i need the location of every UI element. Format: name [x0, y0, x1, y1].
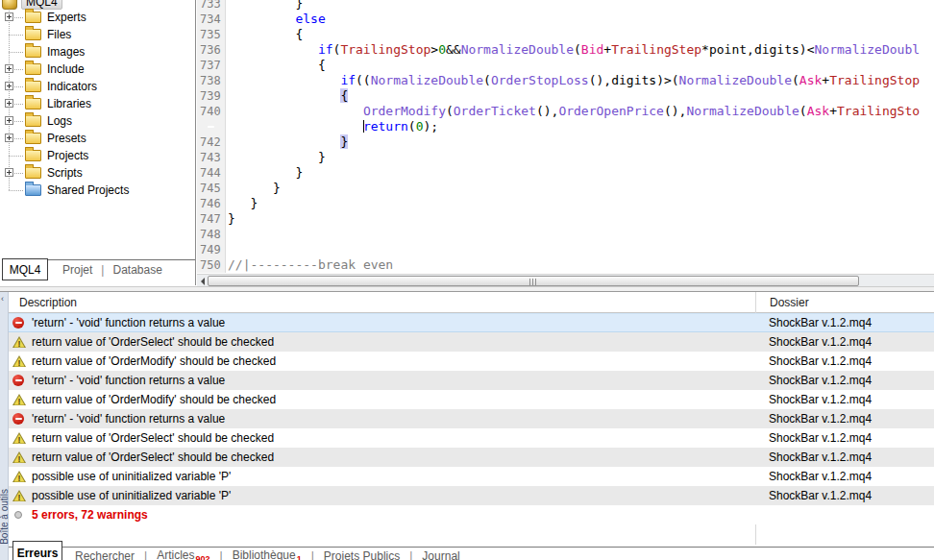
plus-expander-icon[interactable] — [5, 99, 13, 108]
code-text: } — [226, 165, 303, 181]
sidebar-item-label: Images — [47, 45, 85, 59]
folder-icon — [25, 150, 41, 161]
sidebar-item-label: Experts — [47, 11, 86, 24]
code-line-750: 750//|---------break even — [197, 257, 934, 273]
row-description: 'return' - 'void' function returns a val… — [32, 316, 225, 329]
line-number: 740 — [197, 104, 226, 119]
warning-icon — [12, 432, 26, 444]
code-token: ( — [483, 73, 491, 87]
code-line-737: 737{ — [197, 58, 934, 73]
code-line-744: 744} — [197, 165, 934, 181]
code-token: TrailingStop — [340, 42, 430, 57]
table-row[interactable]: return value of 'OrderSelect' should be … — [9, 448, 934, 467]
sidebar-item-libraries[interactable]: Libraries — [0, 95, 195, 112]
code-text: { — [226, 58, 326, 73]
plus-expander-icon[interactable] — [5, 134, 13, 142]
table-row[interactable]: possible use of uninitialized variable '… — [9, 467, 934, 486]
code-token: NormalizeDouble — [461, 42, 574, 57]
code-editor[interactable]: 733}734else735{736if(TrailingStop>0&&Nor… — [197, 0, 934, 273]
line-number: 737 — [197, 58, 226, 73]
sidebar-item-label: Presets — [47, 132, 86, 145]
sidebar-item-label: Files — [47, 28, 71, 41]
table-row[interactable]: return value of 'OrderSelect' should be … — [9, 332, 934, 352]
code-token: //|---------break even — [228, 257, 393, 272]
tab-erreurs[interactable]: Erreurs — [12, 541, 62, 560]
table-row[interactable]: return value of 'OrderModify' should be … — [9, 390, 934, 409]
code-token: OrderTicket — [454, 104, 536, 118]
column-header-dossier[interactable]: Dossier — [770, 296, 809, 309]
row-description: possible use of uninitialized variable '… — [32, 489, 231, 502]
code-token: } — [295, 0, 303, 11]
table-row[interactable]: return value of 'OrderModify' should be … — [9, 352, 934, 371]
table-row[interactable]: 'return' - 'void' function returns a val… — [9, 409, 934, 428]
sidebar-item-indicators[interactable]: Indicators — [0, 78, 195, 95]
folder-icon — [25, 167, 41, 179]
tab-projets-publics[interactable]: Projets Publics — [314, 549, 409, 560]
folder-icon — [25, 115, 41, 127]
sidebar-item-images[interactable]: Images — [0, 43, 195, 61]
code-token: > — [430, 42, 438, 57]
error-icon — [12, 317, 28, 329]
collapse-icon[interactable]: ‹ — [1, 294, 4, 304]
code-token: } — [273, 181, 281, 195]
code-line-748: 748 — [197, 227, 934, 242]
sidebar-item-experts[interactable]: Experts — [0, 9, 195, 26]
table-row[interactable]: return value of 'OrderSelect' should be … — [9, 428, 934, 448]
folder-icon — [25, 81, 41, 92]
editor-horizontal-scrollbar[interactable] — [197, 274, 934, 286]
warning-icon — [12, 451, 26, 463]
code-token: NormalizeDouble — [371, 73, 483, 87]
sidebar-item-shared-projects[interactable]: Shared Projects — [0, 182, 195, 199]
warning-icon — [12, 490, 28, 501]
plus-expander-icon[interactable] — [5, 82, 13, 90]
line-number: 748 — [197, 227, 226, 242]
row-description: 'return' - 'void' function returns a val… — [32, 374, 225, 387]
errors-table: 'return' - 'void' function returns a val… — [9, 313, 934, 524]
code-token: TrailingStop — [829, 73, 920, 87]
code-text: } — [226, 0, 303, 12]
sidebar-item-presets[interactable]: Presets — [0, 130, 195, 147]
table-row[interactable]: 'return' - 'void' function returns a val… — [9, 371, 934, 390]
status-row[interactable]: 5 errors, 72 warnings — [9, 505, 934, 524]
scrollbar-thumb[interactable] — [208, 276, 859, 286]
tab-journal[interactable]: Journal — [412, 549, 469, 560]
tab-badge: 1 — [297, 554, 302, 560]
warning-icon — [12, 394, 26, 405]
sidebar-item-include[interactable]: Include — [0, 61, 195, 78]
code-line-738: 738if((NormalizeDouble(OrderStopLoss(),d… — [197, 73, 934, 88]
code-token: Bid — [581, 42, 603, 57]
column-header-description[interactable]: Description — [19, 296, 77, 309]
folder-icon — [25, 98, 41, 110]
tab-rechercher[interactable]: Rechercher — [65, 549, 144, 560]
line-number: 734 — [197, 12, 226, 27]
sidebar-item-label: Projects — [47, 149, 88, 162]
tree-connector — [9, 190, 23, 191]
table-row[interactable]: 'return' - 'void' function returns a val… — [9, 313, 934, 332]
tab-articles[interactable]: Articles902 — [147, 548, 219, 560]
plus-expander-icon[interactable] — [5, 116, 13, 125]
error-icon — [12, 317, 24, 329]
tab-mql4[interactable]: MQL4 — [2, 258, 48, 280]
code-line-747: 747} — [197, 211, 934, 227]
row-description: return value of 'OrderModify' should be … — [32, 393, 276, 406]
tab-bibliothèque[interactable]: Bibliothèque1 — [223, 548, 311, 560]
sidebar-item-logs[interactable]: Logs — [0, 112, 195, 130]
plus-expander-icon[interactable] — [5, 168, 13, 177]
folder-icon — [25, 184, 41, 196]
code-token: OrderModify — [363, 104, 446, 118]
code-token: ( — [574, 42, 581, 57]
line-number: 742 — [197, 134, 226, 150]
sidebar-item-files[interactable]: Files — [0, 26, 195, 43]
sidebar-item-scripts[interactable]: Scripts — [0, 164, 195, 182]
code-line-741: return(0); — [197, 119, 934, 134]
tab-database[interactable]: Database — [104, 263, 170, 277]
code-line-739: 739{ — [197, 88, 934, 104]
sidebar-item-projects[interactable]: Projects — [0, 147, 195, 164]
plus-expander-icon[interactable] — [5, 64, 13, 73]
tab-projet[interactable]: Projet — [54, 263, 101, 277]
row-file: ShockBar v.1.2.mq4 — [769, 489, 872, 502]
toolbox-panel: ‹ Boîte à outils Description Dossier 're… — [0, 292, 934, 560]
plus-expander-icon[interactable] — [5, 12, 13, 21]
code-line-740: 740OrderModify(OrderTicket(),OrderOpenPr… — [197, 104, 934, 119]
table-row[interactable]: possible use of uninitialized variable '… — [9, 486, 934, 505]
